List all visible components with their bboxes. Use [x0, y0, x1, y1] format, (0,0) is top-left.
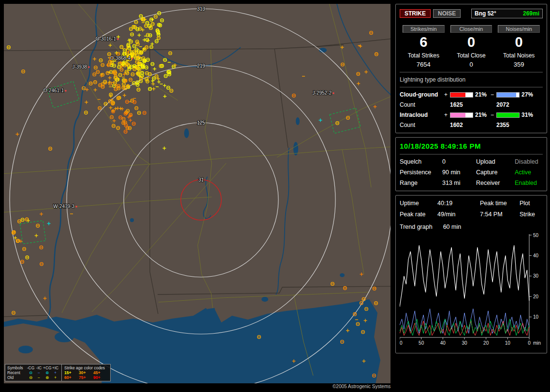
close-per-min-header[interactable]: Close/min — [450, 25, 492, 33]
trend-x-tick: 30 — [462, 340, 467, 346]
cg-minus-percent: 27% — [520, 91, 537, 98]
receiver-label: Receiver — [476, 180, 515, 186]
upload-label: Upload — [476, 158, 515, 165]
station-marker-dot — [132, 58, 133, 59]
ic-plus-count: 1602 — [450, 122, 473, 128]
minus-sign: − — [491, 112, 496, 118]
station-marker-dot — [88, 67, 90, 68]
legend-age-codes: Strike age color codes15+30+45+60+75+90+ — [62, 364, 110, 381]
trend-x-tick: 20 — [483, 340, 489, 346]
distance-value: 269mi — [523, 10, 539, 17]
map-legend: Symbols-CG-IC+CG+ICRecent⊖−⊕+Old⊖−⊕+ Str… — [5, 364, 111, 381]
system-status-box: 10/18/2025 8:49:16 PM Squelch 0 Upload D… — [395, 137, 547, 191]
trend-x-tick: 60 — [400, 340, 403, 346]
age-code: 30+ — [79, 370, 93, 375]
strike-symbol-glyph: + — [51, 370, 59, 375]
trend-x-unit: min — [533, 340, 541, 346]
range-label: Range — [400, 180, 442, 186]
peak-time-value: 7:54 PM — [480, 211, 520, 218]
nexstorm-window: 31125219313O-3016-1O-3868-4J-3938O-2461-… — [0, 0, 550, 392]
uptime-value: 40:19 — [437, 200, 480, 207]
station-label: O-3016-1 — [96, 36, 116, 42]
station-label: J-3938 — [72, 64, 87, 70]
capture-value: Active — [515, 169, 543, 176]
ic-minus-gauge — [496, 112, 520, 118]
legend-col-header: -CG — [27, 365, 35, 370]
lightning-map[interactable]: 31125219313O-3016-1O-3868-4J-3938O-2461-… — [4, 4, 391, 383]
trend-graph-label: Trend graph — [400, 224, 433, 230]
ic-plus-gauge — [450, 112, 473, 118]
trend-box: Uptime 40:19 Peak time Plot Peak rate 49… — [395, 195, 547, 353]
station-label: J-2952-2 — [313, 90, 332, 96]
legend-row-label: Old — [7, 375, 27, 380]
trend-y-tick: 50 — [533, 233, 539, 238]
strikes-per-min-header[interactable]: Strikes/min — [403, 25, 445, 33]
distribution-grid: Cloud-ground + 21% − 27% Count 1625 2072… — [400, 91, 543, 128]
datetime-display: 10/18/2025 8:49:16 PM — [400, 142, 543, 150]
trend-x-tick: 0 — [528, 340, 531, 346]
squelch-value: 0 — [442, 158, 476, 165]
noises-per-min-header[interactable]: Noises/min — [498, 25, 540, 33]
right-panel: STRIKE NOISE Bng 52° 269mi Strikes/min C… — [395, 4, 547, 353]
receiver-value: Enabled — [515, 180, 543, 186]
legend-row-label: Recent — [7, 370, 27, 375]
station-marker-dot — [76, 206, 77, 208]
ic-minus-percent: 31% — [520, 112, 537, 118]
peak-rate-label: Peak rate — [400, 211, 437, 218]
legend-age-title: Strike age color codes — [64, 365, 108, 370]
total-close-value: 0 — [448, 61, 495, 68]
age-code: 75+ — [79, 375, 93, 380]
legend-col-header: -IC — [35, 365, 43, 370]
trend-y-tick: 30 — [533, 273, 539, 279]
strike-symbol-glyph: + — [51, 375, 59, 380]
age-code: 15+ — [64, 370, 79, 375]
strike-mode-button[interactable]: STRIKE — [400, 9, 431, 18]
trend-window-value: 60 min — [443, 224, 462, 230]
plus-sign: + — [444, 112, 450, 118]
trend-x-tick: 50 — [419, 340, 424, 346]
strike-symbol-glyph: ⊕ — [43, 370, 51, 375]
station-marker-dot — [117, 39, 119, 40]
strike-symbol-glyph: ⊕ — [43, 375, 51, 380]
cloud-ground-label: Cloud-ground — [400, 91, 444, 98]
age-code: 60+ — [64, 375, 79, 380]
cg-plus-count: 1625 — [450, 101, 473, 108]
noise-mode-button[interactable]: NOISE — [433, 9, 461, 18]
bearing-display: Bng 52° 269mi — [471, 9, 543, 18]
range-ring-label: 31 — [198, 177, 204, 182]
trend-y-tick: 40 — [533, 253, 539, 258]
capture-label: Capture — [476, 169, 515, 176]
copyright-text: ©2005 Astrogenic Systems — [333, 384, 391, 389]
strike-stats-box: STRIKE NOISE Bng 52° 269mi Strikes/min C… — [395, 4, 547, 133]
persistence-value: 90 min — [442, 169, 476, 176]
intracloud-label: Intracloud — [400, 112, 444, 118]
trend-series-strike-rate — [400, 245, 529, 307]
strikes-per-min-value: 6 — [400, 34, 448, 50]
total-strikes-value: 7654 — [400, 61, 448, 68]
range-ring-label: 125 — [197, 120, 205, 126]
peak-rate-value: 49/min — [437, 211, 480, 218]
noises-per-min-value: 0 — [495, 34, 543, 50]
ic-count-label: Count — [400, 122, 444, 128]
total-noises-value: 359 — [495, 61, 543, 68]
bearing-value: Bng 52° — [475, 10, 496, 17]
squelch-label: Squelch — [400, 158, 442, 165]
peak-time-label: Peak time — [480, 200, 520, 207]
cg-minus-count: 2072 — [496, 101, 520, 108]
trend-graph: 50403020106050403020100min — [400, 233, 544, 347]
status-grid: Squelch 0 Upload Disabled Persistence 90… — [400, 158, 543, 186]
range-ring-label: 313 — [197, 6, 205, 12]
station-label: O-3868-4 — [110, 56, 131, 61]
strike-symbol-glyph: ⊖ — [27, 370, 35, 375]
cg-plus-percent: 21% — [473, 91, 491, 98]
age-code: 90+ — [93, 375, 108, 380]
uptime-label: Uptime — [400, 200, 437, 207]
cg-count-label: Count — [400, 101, 444, 108]
strike-symbol-glyph: − — [35, 370, 43, 375]
plus-sign: + — [444, 91, 450, 98]
legend-symbols-title: Symbols — [7, 365, 27, 370]
station-marker-dot — [65, 90, 67, 92]
legend-symbols: Symbols-CG-IC+CG+ICRecent⊖−⊕+Old⊖−⊕+ — [5, 364, 62, 381]
map-canvas[interactable]: 31125219313O-3016-1O-3868-4J-3938O-2461-… — [4, 4, 391, 383]
minus-sign: − — [491, 91, 496, 98]
